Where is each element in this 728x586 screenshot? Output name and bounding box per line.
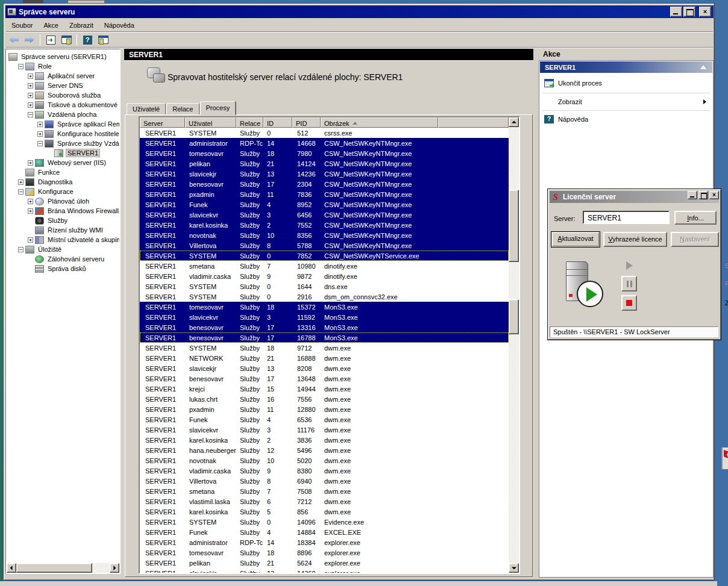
tree-item[interactable]: + Diagnostika bbox=[7, 177, 119, 187]
tree-item[interactable]: Služby bbox=[7, 216, 119, 225]
process-row[interactable]: SERVER1 tomesovavr Služby 18 15372 MonS3… bbox=[140, 302, 509, 312]
stop-control[interactable]: Zastavit bbox=[621, 295, 637, 311]
process-row[interactable]: SERVER1 karel.kosinka Služby 2 7552 CSW_… bbox=[140, 220, 509, 230]
minimize-button[interactable] bbox=[670, 7, 682, 17]
dialog-maximize-button[interactable] bbox=[698, 191, 708, 199]
column-id[interactable]: ID bbox=[263, 117, 292, 128]
tree-horizontal-scrollbar[interactable] bbox=[7, 563, 119, 573]
process-row[interactable]: SERVER1 benesovavr Služby 17 13648 dwm.e… bbox=[140, 373, 509, 384]
expand-toggle[interactable]: + bbox=[28, 160, 33, 166]
tree-item[interactable]: + Brána Windows Firewall s p bbox=[7, 206, 119, 216]
menu-zobrazit[interactable]: Zobrazit bbox=[64, 20, 99, 30]
process-row[interactable]: SERVER1 pxadmin Služby 11 12880 dwm.exe bbox=[140, 404, 509, 414]
process-row[interactable]: SERVER1 NETWORK Služby 21 16888 dwm.exe bbox=[140, 353, 509, 363]
new-window-button[interactable] bbox=[96, 34, 110, 46]
column-server[interactable]: Server bbox=[140, 117, 185, 128]
server-input[interactable]: SERVER1 bbox=[583, 211, 670, 224]
process-row[interactable]: SERVER1 smetana Služby 7 7508 dwm.exe bbox=[140, 486, 509, 496]
process-row[interactable]: SERVER1 vladimir.caska Služby 9 8380 dwm… bbox=[140, 466, 509, 476]
process-row[interactable]: SERVER1 Villertova Služby 8 5788 CSW_Net… bbox=[140, 240, 509, 251]
process-row[interactable]: SERVER1 SYSTEM Služby 0 2916 dsm_om_conn… bbox=[140, 291, 509, 302]
tree-item[interactable]: + Webový server (IIS) bbox=[7, 158, 119, 167]
tab-procesy[interactable]: Procesy bbox=[200, 101, 236, 115]
process-row[interactable]: SERVER1 hana.neubergero... Služby 12 549… bbox=[140, 445, 509, 455]
scroll-right-button[interactable] bbox=[110, 563, 119, 573]
process-row[interactable]: SERVER1 slavicekjr Služby 13 14360 explo… bbox=[140, 568, 509, 573]
pause-control[interactable]: Pozastavit bbox=[621, 276, 637, 291]
expand-toggle[interactable]: + bbox=[28, 73, 33, 79]
scroll-track[interactable] bbox=[16, 563, 110, 573]
actions-group-header[interactable]: SERVER1 bbox=[540, 61, 712, 73]
process-row[interactable]: SERVER1 administrator RDP-Tc... 14 18384… bbox=[140, 537, 509, 547]
tree-item[interactable]: – Úložiště bbox=[7, 245, 119, 254]
process-row[interactable]: SERVER1 slavicekvr Služby 3 11592 MonS3.… bbox=[140, 312, 509, 322]
tree-item[interactable]: + Konfigurace hostitele r bbox=[7, 129, 119, 139]
process-row[interactable]: SERVER1 Funek Služby 4 14884 EXCEL.EXE bbox=[140, 527, 509, 537]
process-row[interactable]: SERVER1 SYSTEM Služby 18 9712 dwm.exe bbox=[140, 343, 509, 353]
action-end-process[interactable]: Ukončit proces bbox=[540, 75, 712, 91]
expand-toggle[interactable]: + bbox=[28, 93, 33, 98]
tree-item[interactable]: Zálohování serveru bbox=[7, 254, 119, 264]
expand-toggle[interactable]: – bbox=[18, 189, 24, 195]
scroll-down-button[interactable] bbox=[509, 563, 519, 573]
expand-toggle[interactable]: + bbox=[28, 208, 33, 214]
process-row[interactable]: SERVER1 pelikan Služby 21 14124 CSW_NetS… bbox=[140, 158, 509, 169]
expand-toggle[interactable]: + bbox=[18, 179, 24, 185]
tree-item[interactable]: + Správce aplikací Remot bbox=[7, 119, 119, 129]
console-window-button[interactable] bbox=[59, 34, 74, 46]
expand-toggle[interactable]: – bbox=[18, 247, 24, 252]
process-row[interactable]: SERVER1 karel.kosinka Služby 5 856 dwm.e… bbox=[140, 507, 509, 517]
expand-toggle[interactable]: + bbox=[37, 131, 43, 137]
expand-toggle[interactable]: – bbox=[37, 141, 43, 146]
tab-relace[interactable]: Relace bbox=[166, 103, 199, 115]
process-row[interactable]: SERVER1 slavicekjr Služby 13 8208 dwm.ex… bbox=[140, 363, 509, 373]
help-button[interactable]: ? bbox=[80, 34, 95, 46]
column-relace[interactable]: Relace bbox=[236, 117, 263, 128]
scroll-thumb[interactable] bbox=[509, 190, 519, 262]
expand-toggle[interactable]: + bbox=[28, 199, 33, 204]
column-obrazek[interactable]: Obrázek bbox=[321, 117, 438, 128]
process-row[interactable]: SERVER1 vlastimil.laska Služby 6 7212 dw… bbox=[140, 496, 509, 507]
action-zobrazit[interactable]: Zobrazit bbox=[540, 94, 712, 110]
pause-icon[interactable] bbox=[621, 276, 637, 291]
process-row[interactable]: SERVER1 SYSTEM Služby 0 14096 Evidence.e… bbox=[140, 517, 509, 527]
scroll-up-button[interactable] bbox=[509, 117, 519, 127]
tree-item[interactable]: Správa disků bbox=[7, 264, 119, 273]
maximize-button[interactable] bbox=[683, 7, 695, 17]
process-row[interactable]: SERVER1 smetana Služby 7 10980 dinotify.… bbox=[140, 261, 509, 271]
process-row[interactable]: SERVER1 benesovavr Služby 17 2304 CSW_Ne… bbox=[140, 179, 509, 189]
titlebar[interactable]: Správce serveru × bbox=[5, 5, 714, 18]
expand-toggle[interactable]: + bbox=[28, 83, 33, 89]
column-uzivatel[interactable]: Uživatel bbox=[185, 117, 236, 128]
tree-item[interactable]: – Konfigurace bbox=[7, 187, 119, 196]
process-row[interactable]: SERVER1 benesovavr Služby 17 16788 MonS3… bbox=[140, 332, 509, 343]
tree-item[interactable]: + Místní uživatelé a skupiny bbox=[7, 235, 119, 245]
tree-item[interactable]: + Server DNS bbox=[7, 81, 119, 90]
process-row[interactable]: SERVER1 slavicekvr Služby 3 6456 CSW_Net… bbox=[140, 210, 509, 220]
process-row[interactable]: SERVER1 SYSTEM Služby 0 7852 CSW_NetSWKe… bbox=[140, 251, 509, 261]
scroll-track[interactable] bbox=[509, 127, 519, 563]
expand-toggle[interactable]: + bbox=[28, 102, 33, 108]
process-row[interactable]: SERVER1 slavicekvr Služby 3 11176 dwm.ex… bbox=[140, 425, 509, 435]
process-row[interactable]: SERVER1 pxadmin Služby 11 7836 CSW_NetSW… bbox=[140, 189, 509, 199]
tree-item[interactable]: SERVER1 bbox=[7, 148, 119, 158]
nastaveni-button[interactable]: Nastavení bbox=[671, 232, 719, 247]
process-row[interactable]: SERVER1 tomesovavr Služby 18 7980 CSW_Ne… bbox=[140, 148, 509, 158]
process-row[interactable]: SERVER1 novotnak Služby 10 5020 dwm.exe bbox=[140, 455, 509, 466]
tree-item[interactable]: Řízení služby WMI bbox=[7, 225, 119, 235]
process-row[interactable]: SERVER1 Villertova Služby 8 6940 dwm.exe bbox=[140, 476, 509, 486]
process-row[interactable]: SERVER1 vladimir.caska Služby 9 9872 din… bbox=[140, 271, 509, 281]
tab-uzivatele[interactable]: Uživatelé bbox=[127, 103, 166, 115]
scroll-thumb[interactable] bbox=[16, 563, 92, 573]
process-row[interactable]: SERVER1 tomesovavr Služby 18 8896 explor… bbox=[140, 547, 509, 558]
stop-icon[interactable] bbox=[621, 295, 637, 311]
tree-item[interactable]: – Role bbox=[7, 61, 119, 71]
show-button[interactable] bbox=[43, 34, 58, 46]
process-row[interactable]: SERVER1 krejci Služby 15 14944 dwm.exe bbox=[140, 384, 509, 394]
tree-item[interactable]: + Souborová služba bbox=[7, 90, 119, 100]
action-napoveda[interactable]: ? Nápověda bbox=[540, 111, 712, 127]
process-row[interactable]: SERVER1 administrator RDP-Tc... 14 14668… bbox=[140, 138, 509, 148]
tree-item[interactable]: + Aplikační server bbox=[7, 71, 119, 81]
expand-toggle[interactable]: – bbox=[28, 112, 33, 117]
menu-soubor[interactable]: Soubor bbox=[6, 20, 38, 30]
